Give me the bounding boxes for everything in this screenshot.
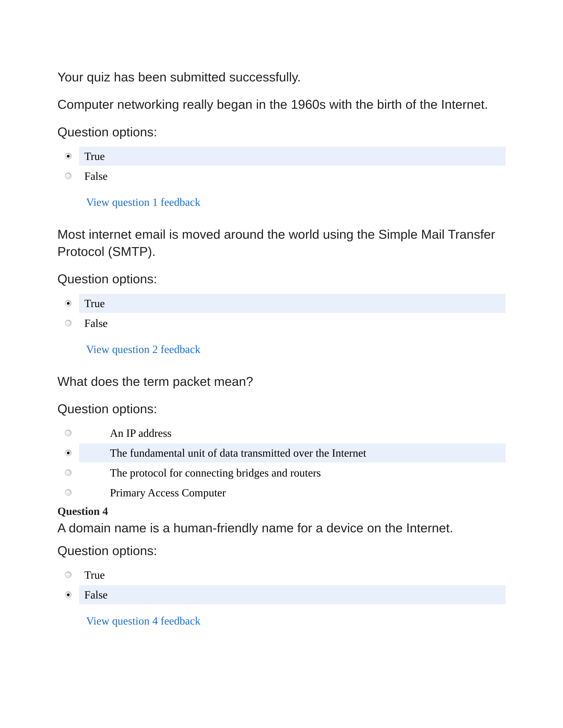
radio-unselected-icon <box>57 463 79 482</box>
question-4-options-label: Question options: <box>57 542 506 559</box>
radio-selected-icon <box>57 294 79 313</box>
option-label: The protocol for connecting bridges and … <box>79 466 321 479</box>
radio-unselected-icon <box>57 565 79 584</box>
radio-unselected-icon <box>57 167 79 186</box>
question-4-option-false[interactable]: False <box>57 585 506 604</box>
question-2-option-false[interactable]: False <box>57 314 506 333</box>
radio-selected-icon <box>57 147 79 166</box>
question-3-options-label: Question options: <box>57 400 506 417</box>
question-3: What does the term packet mean? Question… <box>57 373 506 502</box>
question-4: Question 4 A domain name is a human-frie… <box>57 505 506 627</box>
question-1: Computer networking really began in the … <box>57 96 506 208</box>
option-label: True <box>79 297 105 310</box>
question-4-option-true[interactable]: True <box>57 565 506 584</box>
radio-selected-icon <box>57 443 79 462</box>
option-label: False <box>79 317 108 330</box>
question-2-option-true[interactable]: True <box>57 294 506 313</box>
question-3-option-b[interactable]: The fundamental unit of data transmitted… <box>57 443 506 462</box>
question-1-options-label: Question options: <box>57 123 506 141</box>
question-4-prompt: A domain name is a human-friendly name f… <box>57 519 506 537</box>
question-1-option-true[interactable]: True <box>57 147 506 166</box>
question-2-prompt: Most internet email is moved around the … <box>57 226 506 260</box>
option-label: False <box>79 170 108 182</box>
question-2: Most internet email is moved around the … <box>57 226 506 356</box>
question-2-options-label: Question options: <box>57 270 506 287</box>
question-2-feedback-link[interactable]: View question 2 feedback <box>86 343 200 356</box>
question-1-prompt: Computer networking really began in the … <box>57 96 506 113</box>
question-3-option-a[interactable]: An IP address <box>57 424 506 443</box>
option-label: True <box>79 150 105 163</box>
option-label: False <box>79 588 108 601</box>
question-3-option-c[interactable]: The protocol for connecting bridges and … <box>57 463 506 482</box>
option-label: True <box>79 569 105 581</box>
question-1-feedback-link[interactable]: View question 1 feedback <box>86 196 200 208</box>
question-4-feedback-link[interactable]: View question 4 feedback <box>86 614 200 627</box>
question-4-header: Question 4 <box>57 505 506 518</box>
question-1-option-false[interactable]: False <box>57 167 506 186</box>
radio-unselected-icon <box>57 483 79 502</box>
question-3-prompt: What does the term packet mean? <box>57 373 506 390</box>
option-label: An IP address <box>79 427 171 439</box>
submission-confirmation: Your quiz has been submitted successfull… <box>57 68 506 86</box>
radio-unselected-icon <box>57 424 79 443</box>
radio-unselected-icon <box>57 314 79 333</box>
radio-selected-icon <box>57 585 79 604</box>
question-3-option-d[interactable]: Primary Access Computer <box>57 483 506 502</box>
option-label: Primary Access Computer <box>79 486 226 499</box>
option-label: The fundamental unit of data transmitted… <box>79 447 366 459</box>
